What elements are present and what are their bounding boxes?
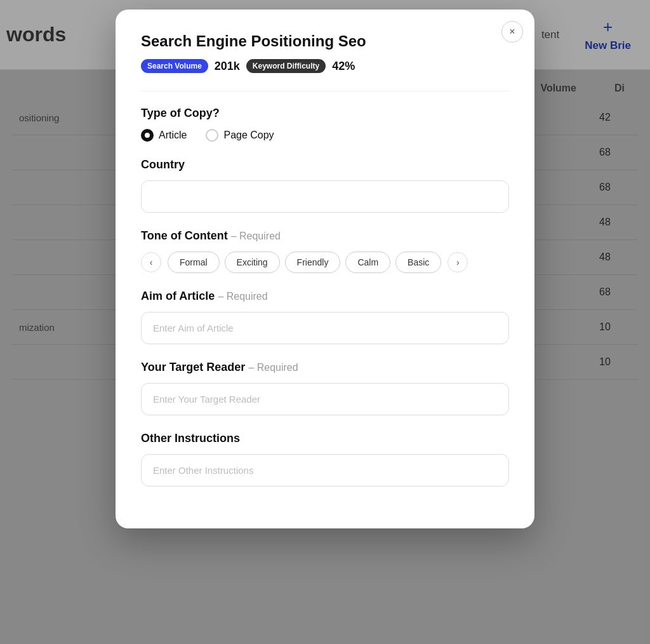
target-reader-required-text: – Required — [248, 362, 298, 373]
keyword-diff-value: 42% — [332, 60, 355, 73]
tone-pills: FormalExcitingFriendlyCalmBasic — [168, 252, 441, 273]
search-volume-badge: Search Volume — [141, 59, 208, 73]
other-instructions-input[interactable] — [141, 454, 509, 486]
divider-1 — [141, 91, 509, 91]
search-volume-value: 201k — [215, 60, 240, 73]
target-reader-input[interactable] — [141, 383, 509, 415]
radio-group: Article Page Copy — [141, 129, 509, 142]
country-label: Country — [141, 158, 509, 171]
radio-page-copy[interactable]: Page Copy — [206, 129, 274, 142]
country-section: Country — [141, 158, 509, 213]
radio-page-copy-label: Page Copy — [223, 130, 274, 141]
other-instructions-section: Other Instructions — [141, 432, 509, 486]
modal-overlay: × Search Engine Positioning Seo Search V… — [0, 0, 650, 644]
tone-next-button[interactable]: › — [448, 252, 468, 272]
tone-section: Tone of Content – Required ‹ FormalExcit… — [141, 229, 509, 273]
tone-pill-basic[interactable]: Basic — [395, 252, 441, 273]
aim-required-text: – Required — [218, 291, 267, 302]
country-input[interactable] — [141, 180, 509, 213]
aim-label: Aim of Article – Required — [141, 290, 509, 303]
tone-pill-calm[interactable]: Calm — [345, 252, 390, 273]
target-reader-label: Your Target Reader – Required — [141, 361, 509, 374]
target-reader-section: Your Target Reader – Required — [141, 361, 509, 415]
close-icon: × — [509, 26, 515, 37]
radio-circle-page-copy — [206, 129, 218, 142]
modal-title: Search Engine Positioning Seo — [141, 32, 509, 50]
keyword-diff-badge: Keyword Difficulty — [246, 59, 326, 73]
aim-input[interactable] — [141, 312, 509, 344]
type-of-copy-label: Type of Copy? — [141, 107, 509, 120]
chevron-right-icon: › — [456, 257, 460, 267]
tone-label-main: Tone of Content — [141, 229, 228, 242]
badges-row: Search Volume 201k Keyword Difficulty 42… — [141, 59, 509, 73]
aim-section: Aim of Article – Required — [141, 290, 509, 344]
tone-prev-button[interactable]: ‹ — [141, 252, 161, 272]
aim-label-main: Aim of Article — [141, 290, 215, 302]
tone-required-text: – Required — [231, 231, 281, 241]
other-instructions-label: Other Instructions — [141, 432, 509, 445]
tone-label: Tone of Content – Required — [141, 229, 509, 243]
target-reader-label-main: Your Target Reader — [141, 361, 245, 373]
radio-circle-article — [141, 129, 154, 142]
tone-pill-friendly[interactable]: Friendly — [285, 252, 341, 273]
tone-pill-formal[interactable]: Formal — [168, 252, 220, 273]
chevron-left-icon: ‹ — [150, 257, 153, 267]
tone-pill-exciting[interactable]: Exciting — [225, 252, 280, 273]
close-button[interactable]: × — [501, 21, 523, 43]
type-of-copy-section: Type of Copy? Article Page Copy — [141, 107, 509, 142]
modal: × Search Engine Positioning Seo Search V… — [116, 10, 534, 528]
tone-row: ‹ FormalExcitingFriendlyCalmBasic › — [141, 252, 509, 273]
radio-article-label: Article — [159, 130, 187, 141]
radio-article[interactable]: Article — [141, 129, 187, 142]
